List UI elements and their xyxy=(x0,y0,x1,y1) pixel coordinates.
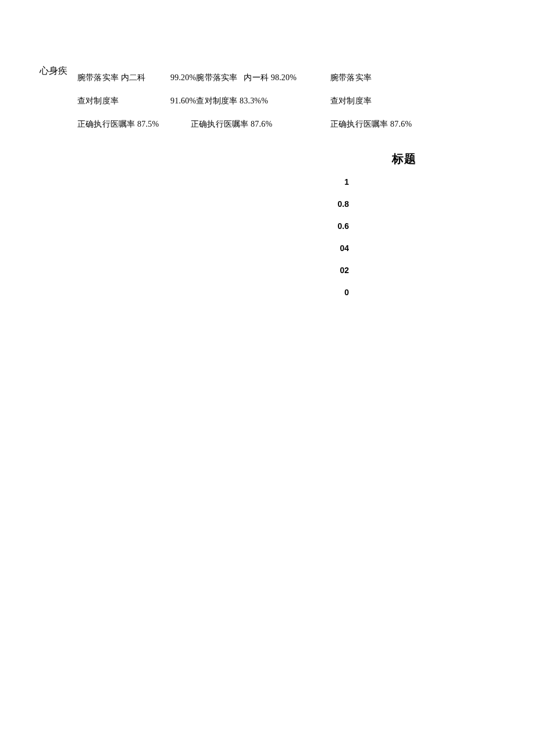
chart-title: 标题 xyxy=(361,151,448,167)
y-tick: 02 xyxy=(340,266,349,275)
chart-y-axis: 1 0.8 0.6 04 02 0 xyxy=(320,177,349,297)
cell-r2-c3: 查对制度率 xyxy=(330,96,372,106)
cell-r2-c2: 91.60%查对制度率 83.3%% xyxy=(170,96,330,106)
chart-container: 标题 1 0.8 0.6 04 02 0 xyxy=(320,151,448,297)
cell-r1-c1: 腕带落实率 内二科 xyxy=(77,73,170,83)
y-tick: 1 xyxy=(344,177,349,187)
cell-r1-c3: 腕带落实率 xyxy=(330,73,372,83)
cell-r3-c3: 正确执行医嘱率 87.6% xyxy=(330,119,412,130)
cell-r2-c1: 查对制度率 xyxy=(77,96,170,106)
y-tick: 0.6 xyxy=(338,221,349,231)
table-row: 查对制度率 91.60%查对制度率 83.3%% 查对制度率 xyxy=(77,96,483,106)
y-tick: 0 xyxy=(344,288,349,297)
cell-r1-c2: 99.20%腕带落实率 内一科 98.20% xyxy=(170,73,330,83)
cell-r3-c2: 正确执行医嘱率 87.6% xyxy=(191,119,330,130)
sidebar-label: 心身疾 xyxy=(40,65,67,77)
y-tick: 04 xyxy=(340,243,349,253)
y-tick: 0.8 xyxy=(338,199,349,209)
cell-r3-c1: 正确执行医嘱率 87.5% xyxy=(77,119,191,130)
table-row: 腕带落实率 内二科 99.20%腕带落实率 内一科 98.20% 腕带落实率 xyxy=(77,73,483,83)
table-row: 正确执行医嘱率 87.5% 正确执行医嘱率 87.6% 正确执行医嘱率 87.6… xyxy=(77,119,483,130)
